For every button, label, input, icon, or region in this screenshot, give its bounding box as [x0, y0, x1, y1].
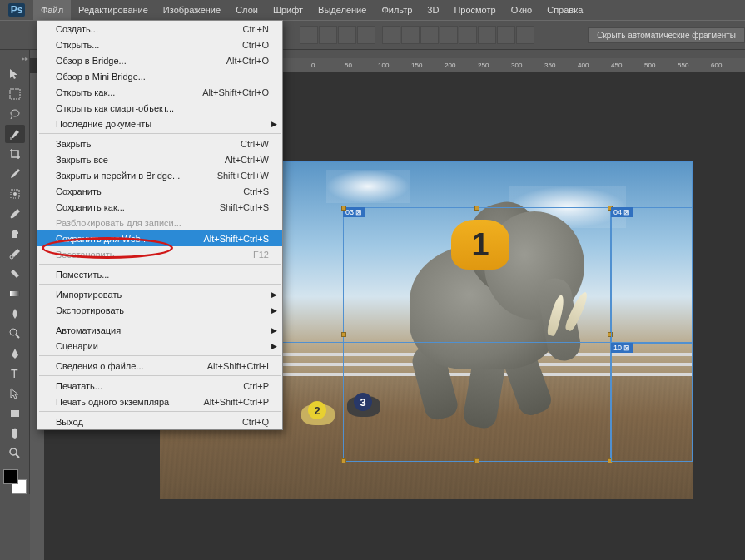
svg-point-4 — [13, 192, 17, 196]
blur-tool[interactable] — [5, 305, 25, 323]
history-brush-tool[interactable] — [5, 245, 25, 263]
menu-separator — [39, 411, 281, 412]
menu-item-закрыть[interactable]: ЗакрытьCtrl+W — [37, 136, 282, 151]
menu-3d[interactable]: 3D — [420, 0, 446, 20]
toolbar: ▸▸ T — [0, 50, 30, 494]
menu-item-label: Закрыть все — [56, 155, 108, 165]
menu-view[interactable]: Просмотр — [446, 0, 503, 20]
menu-edit[interactable]: Редактирование — [71, 0, 156, 20]
distribute-group — [382, 26, 534, 44]
menu-item-открыть[interactable]: Открыть...Ctrl+O — [37, 37, 282, 52]
eyedropper-tool[interactable] — [5, 165, 25, 183]
spot-heal-tool[interactable] — [5, 185, 25, 203]
menu-item-открыть-как-смарт-объект[interactable]: Открыть как смарт-объект... — [37, 100, 282, 116]
distribute-icon[interactable] — [420, 26, 439, 44]
menu-item-обзор-в-mini-bridge[interactable]: Обзор в Mini Bridge... — [37, 68, 282, 84]
menu-item-label: Сценарии — [56, 341, 98, 351]
toolbar-collapse-icon[interactable]: ▸▸ — [0, 55, 30, 63]
menu-item-label: Печатать... — [56, 381, 102, 391]
menu-item-создать[interactable]: Создать...Ctrl+N — [37, 21, 282, 37]
menu-item-сохранить-как[interactable]: Сохранить как...Shift+Ctrl+S — [37, 199, 282, 215]
distribute-icon[interactable] — [497, 26, 515, 44]
menu-item-сценарии[interactable]: Сценарии▶ — [37, 338, 282, 354]
distribute-icon[interactable] — [440, 26, 458, 44]
pen-tool[interactable] — [5, 344, 25, 363]
marquee-tool[interactable] — [5, 85, 25, 103]
path-select-tool[interactable] — [5, 384, 25, 403]
menu-item-поместить[interactable]: Поместить... — [37, 266, 282, 282]
align-icon[interactable] — [319, 26, 337, 44]
menu-item-shortcut: Alt+Shift+Ctrl+S — [203, 234, 269, 244]
menu-item-label: Открыть как смарт-объект... — [56, 103, 174, 113]
type-tool[interactable]: T — [5, 364, 25, 383]
menu-layers[interactable]: Слои — [228, 0, 266, 20]
menu-help[interactable]: Справка — [539, 0, 590, 20]
menu-item-открыть-как[interactable]: Открыть как...Alt+Shift+Ctrl+O — [37, 84, 282, 100]
menu-item-печать-одного-экземпляра[interactable]: Печать одного экземпляраAlt+Shift+Ctrl+P — [37, 394, 282, 409]
menu-item-shortcut: Alt+Shift+Ctrl+I — [207, 361, 269, 371]
distribute-icon[interactable] — [382, 26, 400, 44]
menu-separator — [39, 355, 281, 356]
zoom-tool[interactable] — [5, 444, 25, 463]
slice-region-right[interactable]: 04 ⊠ — [611, 207, 693, 343]
submenu-arrow-icon: ▶ — [271, 342, 277, 350]
distribute-icon[interactable] — [401, 26, 420, 44]
align-icon[interactable] — [338, 26, 356, 44]
align-icon[interactable] — [300, 26, 318, 44]
slice-region-main[interactable]: 03 ⊠ — [343, 207, 611, 462]
app-logo: Ps — [0, 0, 33, 20]
svg-point-5 — [10, 255, 13, 259]
crop-tool[interactable] — [5, 145, 25, 163]
menu-item-импортировать[interactable]: Импортировать▶ — [37, 286, 282, 302]
menu-type[interactable]: Шрифт — [266, 0, 310, 20]
menu-file[interactable]: Файл — [33, 0, 71, 20]
dodge-tool[interactable] — [5, 325, 25, 343]
svg-rect-6 — [10, 291, 20, 296]
menu-item-автоматизация[interactable]: Автоматизация▶ — [37, 322, 282, 338]
align-group — [300, 26, 375, 44]
dog-graphic: 2 — [301, 394, 347, 432]
distribute-icon[interactable] — [478, 26, 496, 44]
menu-item-экспортировать[interactable]: Экспортировать▶ — [37, 302, 282, 318]
menu-item-сохранить[interactable]: СохранитьCtrl+S — [37, 183, 282, 199]
menu-filter[interactable]: Фильтр — [374, 0, 420, 20]
lasso-tool[interactable] — [5, 105, 25, 123]
gradient-tool[interactable] — [5, 285, 25, 303]
brush-tool[interactable] — [5, 205, 25, 223]
menu-image[interactable]: Изображение — [156, 0, 228, 20]
hand-tool[interactable] — [5, 424, 25, 443]
move-tool[interactable] — [5, 65, 25, 83]
menu-item-label: Последние документы — [56, 119, 151, 129]
menu-item-закрыть-все[interactable]: Закрыть всеAlt+Ctrl+W — [37, 151, 282, 167]
menu-item-закрыть-и-перейти-в-bridge[interactable]: Закрыть и перейти в Bridge...Shift+Ctrl+… — [37, 167, 282, 183]
svg-point-10 — [10, 448, 17, 455]
align-icon[interactable] — [357, 26, 375, 44]
slice-tool[interactable] — [5, 125, 25, 143]
foreground-color-swatch[interactable] — [3, 469, 18, 484]
menu-item-shortcut: Ctrl+W — [241, 139, 269, 149]
menu-separator — [39, 264, 281, 265]
eraser-tool[interactable] — [5, 265, 25, 283]
clone-stamp-tool[interactable] — [5, 225, 25, 243]
menu-item-сведения-о-файле[interactable]: Сведения о файле...Alt+Shift+Ctrl+I — [37, 358, 282, 374]
menu-select[interactable]: Выделение — [310, 0, 374, 20]
menu-item-shortcut: F12 — [253, 250, 269, 260]
menu-item-сохранить-для-web[interactable]: Сохранить для Web...Alt+Shift+Ctrl+S — [37, 230, 282, 246]
slice-region-bottom[interactable]: 10 ⊠ — [611, 343, 693, 462]
rectangle-tool[interactable] — [5, 404, 25, 423]
menu-item-shortcut: Ctrl+S — [243, 186, 269, 196]
distribute-icon[interactable] — [516, 26, 534, 44]
menu-item-последние-документы[interactable]: Последние документы▶ — [37, 116, 282, 131]
menu-item-label: Обзор в Bridge... — [56, 56, 127, 66]
menu-item-печатать[interactable]: Печатать...Ctrl+P — [37, 378, 282, 394]
menu-item-label: Выход — [56, 417, 83, 427]
menu-item-обзор-в-bridge[interactable]: Обзор в Bridge...Alt+Ctrl+O — [37, 52, 282, 68]
menu-item-выход[interactable]: ВыходCtrl+Q — [37, 414, 282, 429]
menu-item-label: Открыть... — [56, 40, 99, 50]
menu-window[interactable]: Окно — [504, 0, 540, 20]
svg-rect-2 — [10, 137, 12, 140]
hide-auto-slices-button[interactable]: Скрыть автоматические фрагменты — [588, 27, 745, 43]
distribute-icon[interactable] — [459, 26, 477, 44]
file-menu-dropdown: Создать...Ctrl+NОткрыть...Ctrl+OОбзор в … — [37, 20, 283, 430]
color-swatches[interactable] — [3, 469, 27, 494]
